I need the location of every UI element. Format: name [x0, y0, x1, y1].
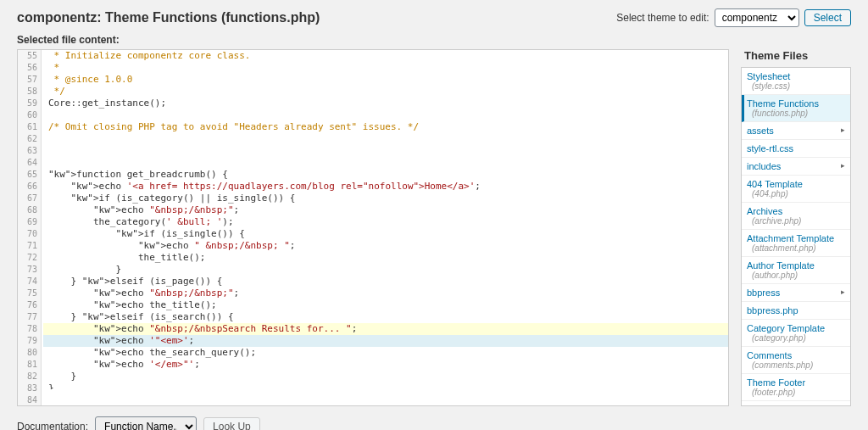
code-line[interactable]: } "kw">elseif (is_search()) {	[43, 311, 728, 323]
theme-files-list: Stylesheet(style.css)Theme Functions(fun…	[741, 67, 851, 406]
page-title: componentz: Theme Functions (functions.p…	[17, 10, 320, 25]
code-line[interactable]: * Initialize componentz core class.	[43, 50, 728, 62]
code-line[interactable]: "kw">echo '</em>"';	[43, 359, 728, 371]
select-theme-button[interactable]: Select	[804, 9, 851, 26]
file-name: Theme Footer	[747, 377, 805, 388]
theme-selector: Select theme to edit: componentz Select	[616, 8, 851, 27]
theme-files-heading: Theme Files	[741, 49, 851, 62]
code-line[interactable]: }	[43, 371, 728, 383]
file-name: Theme Functions	[747, 98, 819, 109]
file-filename: (footer.php)	[752, 388, 845, 397]
code-line[interactable]: "kw">if (is_category() || is_single()) {	[43, 193, 728, 204]
file-item-assets[interactable]: assets	[742, 122, 850, 140]
file-name: Theme Header	[747, 405, 809, 406]
file-filename: (attachment.php)	[752, 243, 845, 253]
code-line[interactable]: * @since 1.0.0	[43, 74, 728, 86]
file-filename: (style.css)	[752, 81, 845, 91]
code-line[interactable]: the_category(' &bull; ');	[43, 216, 728, 228]
file-item-theme-functions[interactable]: Theme Functions(functions.php)	[742, 95, 850, 122]
file-name: bbpress	[747, 288, 780, 298]
file-item-archives[interactable]: Archives(archive.php)	[742, 203, 850, 230]
file-item-bbpress-php[interactable]: bbpress.php	[742, 302, 850, 320]
lookup-button[interactable]: Look Up	[203, 417, 260, 430]
code-line[interactable]: "kw">echo "&nbsp;/&nbsp;";	[43, 204, 728, 216]
file-item-attachment-template[interactable]: Attachment Template(attachment.php)	[742, 230, 850, 257]
file-filename: (functions.php)	[752, 109, 845, 118]
code-line[interactable]: }	[43, 264, 728, 276]
file-name: Author Template	[747, 260, 815, 271]
code-line[interactable]	[43, 157, 728, 169]
file-item-category-template[interactable]: Category Template(category.php)	[742, 320, 850, 347]
file-item-author-template[interactable]: Author Template(author.php)	[742, 257, 850, 284]
documentation-dropdown[interactable]: Function Name...	[95, 416, 197, 430]
code-line[interactable]: } "kw">elseif (is_page()) {	[43, 276, 728, 288]
file-item-404-template[interactable]: 404 Template(404.php)	[742, 176, 850, 203]
documentation-label: Documentation:	[17, 421, 88, 430]
code-line[interactable]: the_title();	[43, 252, 728, 264]
code-line[interactable]: "kw">echo " &nbsp;/&nbsp; ";	[43, 240, 728, 252]
code-line[interactable]: "kw">echo the_search_query();	[43, 347, 728, 359]
file-name: bbpress.php	[747, 305, 798, 316]
code-line[interactable]: Core::get_instance();	[43, 98, 728, 109]
file-filename: (author.php)	[752, 271, 845, 280]
file-item-includes[interactable]: includes	[742, 158, 850, 176]
file-item-bbpress[interactable]: bbpress	[742, 284, 850, 302]
file-name: Attachment Template	[747, 233, 834, 243]
selected-file-label: Selected file content:	[17, 34, 851, 46]
code-line[interactable]: */	[43, 86, 728, 98]
code-line[interactable]: "kw">if (is_single()) {	[43, 228, 728, 240]
file-item-comments[interactable]: Comments(comments.php)	[742, 347, 850, 374]
file-name: Stylesheet	[747, 71, 790, 81]
code-line[interactable]: "kw">function get_breadcrumb() {	[43, 169, 728, 181]
file-item-theme-header[interactable]: Theme Header(header.php)	[742, 401, 850, 406]
file-name: 404 Template	[747, 179, 803, 189]
file-name: Archives	[747, 206, 782, 216]
file-name: style-rtl.css	[747, 143, 793, 154]
code-line[interactable]: "kw">echo "&nbsp;/&nbspSearch Results fo…	[43, 323, 728, 335]
code-line[interactable]: "kw">echo '"<em>';	[43, 335, 728, 347]
code-line[interactable]: *	[43, 62, 728, 74]
theme-dropdown[interactable]: componentz	[715, 8, 799, 27]
file-filename: (404.php)	[752, 189, 845, 198]
code-line[interactable]	[43, 109, 728, 121]
file-item-style-rtl-css[interactable]: style-rtl.css	[742, 140, 850, 158]
code-line[interactable]	[43, 133, 728, 145]
file-filename: (archive.php)	[752, 216, 845, 226]
file-name: assets	[747, 126, 774, 136]
code-line[interactable]: }	[43, 383, 728, 389]
select-theme-label: Select theme to edit:	[616, 12, 709, 24]
file-name: Comments	[747, 350, 792, 360]
code-line[interactable]: "kw">echo the_title();	[43, 299, 728, 311]
file-item-stylesheet[interactable]: Stylesheet(style.css)	[742, 68, 850, 95]
code-line[interactable]: "kw">echo '<a href= https://quadlayers.c…	[43, 181, 728, 193]
code-line[interactable]: "kw">echo "&nbsp;/&nbsp;";	[43, 288, 728, 299]
file-filename: (category.php)	[752, 333, 845, 343]
code-line[interactable]	[43, 145, 728, 157]
file-name: includes	[747, 161, 781, 171]
code-editor[interactable]: 5556575859606162636465666768697071727374…	[17, 49, 729, 406]
file-filename: (comments.php)	[752, 360, 845, 370]
file-name: Category Template	[747, 323, 825, 333]
file-item-theme-footer[interactable]: Theme Footer(footer.php)	[742, 374, 850, 401]
code-line[interactable]: /* Omit closing PHP tag to avoid "Header…	[43, 121, 728, 133]
